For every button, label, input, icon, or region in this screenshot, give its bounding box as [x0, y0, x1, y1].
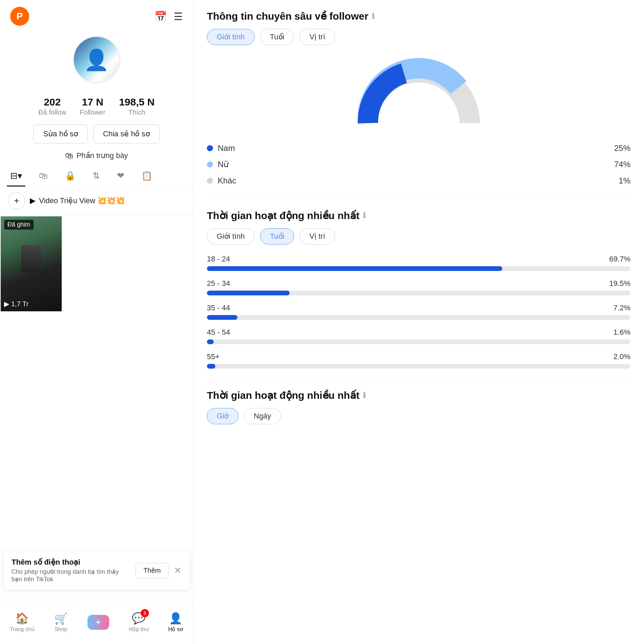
top-icons: 📅 ☰ [154, 11, 183, 22]
notification-desc: Cho phép người trong danh bạ tìm thấy bạ… [12, 568, 130, 583]
follower-label: Follower [80, 109, 105, 116]
tab-locked[interactable]: 🔒 [61, 166, 79, 186]
right-panel: Thông tin chuyên sâu về follower ℹ Giới … [193, 0, 644, 644]
age-header-4: 55+ 2.0% [207, 352, 630, 361]
bar-track-4 [207, 364, 630, 369]
activity1-filter-age[interactable]: Tuổi [260, 228, 294, 245]
views-count: 1,7 Tr [11, 300, 28, 308]
follower-info-icon[interactable]: ℹ [372, 12, 374, 21]
notification-add-button[interactable]: Thêm [136, 563, 169, 578]
filter-age-tab[interactable]: Tuổi [260, 29, 294, 45]
add-playlist-bar: + ▶ Video Triệu View 💥💥💥 [0, 186, 193, 216]
age-row-4: 55+ 2.0% [207, 352, 630, 369]
donut-chart [351, 55, 487, 130]
avatar-section [0, 33, 193, 90]
follow-label: Đã follow [38, 109, 66, 116]
divider-2 [207, 379, 630, 379]
activity-title1-text: Thời gian hoạt động nhiều nhất [207, 210, 359, 221]
video-bg [1, 216, 62, 311]
bar-track-0 [207, 266, 630, 271]
follower-num: 17 N [82, 96, 103, 108]
nav-shop[interactable]: 🛒 Shop [54, 612, 68, 632]
age-range-1: 25 - 34 [207, 279, 230, 288]
share-profile-button[interactable]: Chia sẻ hồ sơ [93, 124, 160, 143]
bar-fill-4 [207, 364, 215, 369]
follower-filter-tabs: Giới tính Tuổi Vị trí [207, 29, 630, 45]
filter-gender-tab[interactable]: Giới tính [207, 29, 255, 45]
age-range-0: 18 - 24 [207, 255, 230, 264]
tab-shop[interactable]: 🛍 [36, 166, 51, 186]
activity2-filter-tabs: Giờ Ngày [207, 408, 630, 424]
activity1-info-icon[interactable]: ℹ [363, 211, 366, 220]
gender-label-male: Nam [207, 143, 235, 153]
donut-chart-container [207, 55, 630, 130]
bar-fill-3 [207, 339, 214, 344]
top-bar: P 📅 ☰ [0, 0, 193, 33]
notification-text: Thêm số điện thoại Cho phép người trong … [12, 558, 130, 583]
age-pct-4: 2.0% [613, 352, 630, 361]
nav-home[interactable]: 🏠 Trang chủ [10, 612, 35, 632]
notification-title: Thêm số điện thoại [12, 558, 130, 567]
avatar [73, 36, 120, 83]
age-range-2: 35 - 44 [207, 304, 230, 312]
gender-label-other: Khác [207, 176, 236, 186]
tab-gallery[interactable]: 📋 [138, 166, 156, 186]
showcase-bar[interactable]: 🛍 Phần trưng bày [0, 151, 193, 160]
age-range-3: 45 - 54 [207, 328, 230, 337]
nav-profile[interactable]: 👤 Hồ sơ [168, 612, 183, 632]
nav-plus[interactable]: + [87, 615, 109, 630]
tab-liked[interactable]: ❤ [114, 166, 128, 186]
bar-fill-2 [207, 315, 237, 320]
tab-videos[interactable]: ⊟▾ [7, 166, 25, 186]
video-views: ▶ 1,7 Tr [4, 300, 28, 308]
male-dot [207, 145, 213, 151]
video-thumbnail-1[interactable]: Đã ghim ▶ 1,7 Tr [1, 216, 62, 311]
calendar-icon[interactable]: 📅 [154, 11, 167, 22]
profile-icon: 👤 [169, 612, 182, 625]
notification-close-icon[interactable]: ✕ [174, 565, 181, 576]
age-row-3: 45 - 54 1.6% [207, 328, 630, 344]
bar-track-1 [207, 291, 630, 295]
showcase-label: Phần trưng bày [77, 151, 128, 160]
female-pct: 74% [614, 160, 630, 169]
inbox-badge: 3 [141, 609, 149, 617]
action-buttons: Sửa hồ sơ Chia sẻ hồ sơ [0, 124, 193, 143]
tab-repost[interactable]: ⇅ [89, 166, 103, 186]
activity1-filter-gender[interactable]: Giới tính [207, 228, 255, 245]
add-playlist-button[interactable]: + [8, 192, 25, 209]
plus-button[interactable]: + [87, 615, 109, 630]
nav-shop-label: Shop [55, 626, 67, 632]
age-pct-2: 7.2% [613, 304, 630, 312]
bar-fill-0 [207, 266, 502, 271]
activity2-info-icon[interactable]: ℹ [363, 391, 366, 400]
age-row-2: 35 - 44 7.2% [207, 304, 630, 320]
male-label-text: Nam [218, 143, 235, 153]
age-row-0: 18 - 24 69.7% [207, 255, 630, 271]
age-pct-3: 1.6% [613, 328, 630, 337]
notification-bar: Thêm số điện thoại Cho phép người trong … [3, 551, 190, 590]
bar-fill-1 [207, 291, 290, 295]
stats-row: 202 Đã follow 17 N Follower 198,5 N Thíc… [0, 96, 193, 116]
play-icon: ▶ [4, 300, 9, 308]
gender-row-other: Khác 1% [207, 173, 630, 189]
filter-location-tab[interactable]: Vị trí [299, 29, 335, 45]
female-label-text: Nữ [218, 160, 229, 169]
left-panel: P 📅 ☰ 202 Đã follow 17 N Follower 198,5 … [0, 0, 193, 644]
bar-track-3 [207, 339, 630, 344]
bottom-nav: 🏠 Trang chủ 🛒 Shop + 💬 3 Hộp thư 👤 Hồ sơ [0, 603, 193, 644]
activity2-filter-day[interactable]: Ngày [244, 408, 281, 424]
age-header-0: 18 - 24 69.7% [207, 255, 630, 264]
activity2-filter-hour[interactable]: Giờ [207, 408, 238, 424]
divider-1 [207, 199, 630, 199]
menu-icon[interactable]: ☰ [174, 11, 183, 22]
tab-bar: ⊟▾ 🛍 🔒 ⇅ ❤ 📋 [0, 166, 193, 186]
activity1-filter-location[interactable]: Vị trí [299, 228, 335, 245]
activity1-filter-tabs: Giới tính Tuổi Vị trí [207, 228, 630, 245]
nav-inbox[interactable]: 💬 3 Hộp thư [129, 612, 149, 632]
edit-profile-button[interactable]: Sửa hồ sơ [33, 124, 87, 143]
bar-track-2 [207, 315, 630, 320]
age-pct-1: 19.5% [609, 279, 630, 288]
other-pct: 1% [619, 176, 630, 186]
activity-section2-title: Thời gian hoạt động nhiều nhất ℹ [207, 389, 630, 401]
playlist-label: Video Triệu View 💥💥💥 [39, 196, 125, 205]
